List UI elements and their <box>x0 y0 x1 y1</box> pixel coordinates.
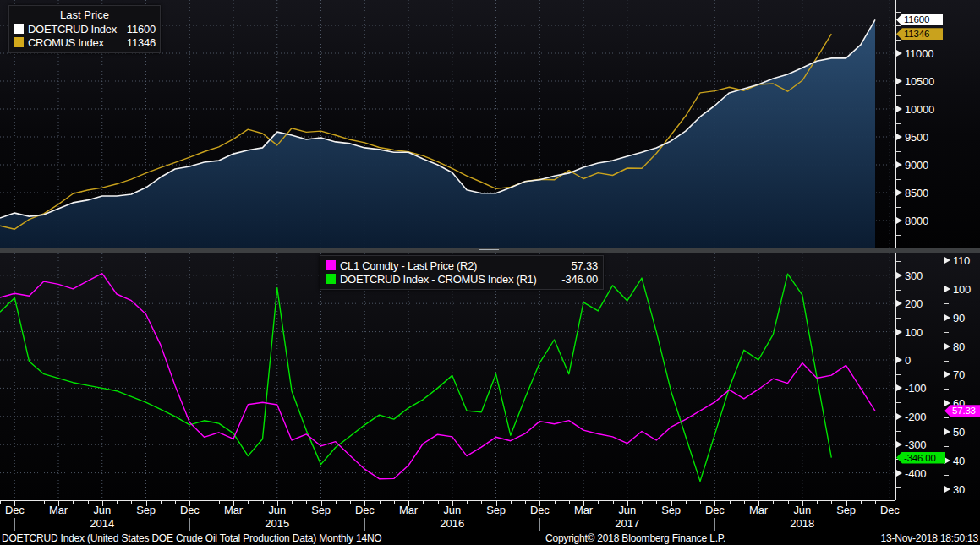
x-axis-tick <box>467 501 468 504</box>
y-axis-minor-tick <box>896 179 901 180</box>
x-axis: DecMarJunSepDecMarJunSepDecMarJunSepDecM… <box>0 500 980 532</box>
y-axis-minor-tick <box>896 207 901 208</box>
y-axis-tick-arrow-icon <box>896 50 902 57</box>
legend-value: 11600 <box>127 23 156 35</box>
year-separator <box>714 518 715 531</box>
x-axis-tick <box>525 501 526 504</box>
x-axis-tick <box>511 501 512 504</box>
spread-legend: CL1 Comdty - Last Price (R2) 57.33 DOETC… <box>320 255 604 290</box>
y-axis-minor-tick <box>944 361 949 362</box>
legend-value: 57.33 <box>539 259 598 272</box>
status-timestamp: 13-Nov-2018 18:50:13 <box>881 532 978 545</box>
y-axis-tick-label: 30 <box>953 484 965 495</box>
legend-value: -346.00 <box>539 273 598 286</box>
y-axis-tick-arrow-icon <box>944 428 950 435</box>
x-axis-year-label: 2015 <box>259 518 296 529</box>
x-axis-month-label: Jun <box>788 504 817 515</box>
y-axis-tick-label: 110 <box>953 255 970 266</box>
y-axis-minor-tick <box>896 25 901 26</box>
y-axis-tick-label: 80 <box>953 341 965 352</box>
legend-item-doetcrud[interactable]: DOETCRUD Index 11600 <box>14 22 156 35</box>
y-axis-minor-tick <box>896 318 901 319</box>
x-axis-tick <box>598 501 599 504</box>
x-axis-tick <box>613 501 614 504</box>
x-axis-month-label: Jun <box>438 504 467 515</box>
year-separator <box>14 518 15 531</box>
status-copyright: Copyright© 2018 Bloomberg Finance L.P. <box>545 532 725 545</box>
panel-divider[interactable] <box>0 248 980 253</box>
legend-label: DOETCRUD Index - CROMUS Index (R1) <box>340 273 539 286</box>
x-axis-year-label: 2016 <box>434 518 471 529</box>
legend-label: CROMUS Index <box>28 36 127 49</box>
x-axis-tick <box>336 501 337 504</box>
legend-item-spread[interactable]: DOETCRUD Index - CROMUS Index (R1) -346.… <box>326 272 598 286</box>
cl1-last-value-badge[interactable]: 57.33 <box>944 405 980 417</box>
x-axis-tick <box>686 501 687 504</box>
y-axis-tick-label: 9000 <box>905 160 928 171</box>
y-axis-minor-tick <box>896 346 901 346</box>
x-axis-month-label: Sep <box>482 504 511 515</box>
y-axis-minor-tick <box>944 332 949 333</box>
x-axis-month-label: Jun <box>613 504 642 515</box>
x-axis-month-label: Dec <box>350 504 379 515</box>
year-separator <box>890 518 890 531</box>
y-axis-tick-arrow-icon <box>896 357 902 363</box>
y-axis-tick-label: 50 <box>953 427 965 438</box>
x-axis-month-label: Jun <box>263 504 292 515</box>
status-security-description: DOETCRUD Index (United States DOE Crude … <box>2 532 382 545</box>
y-axis-tick-arrow-icon <box>944 486 950 493</box>
x-axis-month-label: Sep <box>832 504 861 515</box>
spread-color-chip <box>326 274 336 284</box>
x-axis-tick <box>569 501 570 504</box>
x-axis-tick <box>773 501 774 504</box>
y-axis-tick-label: 70 <box>953 369 965 380</box>
y-axis-minor-tick <box>896 374 901 375</box>
x-axis-tick <box>875 501 876 504</box>
x-axis-tick <box>380 501 381 504</box>
x-axis-tick <box>205 501 205 504</box>
y-axis-tick-label: 9500 <box>905 132 928 143</box>
x-axis-tick <box>306 501 307 504</box>
x-axis-tick <box>744 501 745 504</box>
y-axis-tick-label: 100 <box>905 327 923 338</box>
y-axis-tick-label: -400 <box>905 468 926 479</box>
y-axis-tick-arrow-icon <box>944 457 950 464</box>
y-axis-tick-arrow-icon <box>896 384 902 391</box>
y-axis-tick-arrow-icon <box>896 189 902 196</box>
y-axis-tick-arrow-icon <box>896 441 902 448</box>
spread-y-axes: 3002001000-100-200-300-40011010090807060… <box>0 253 980 500</box>
legend-item-cromus[interactable]: CROMUS Index 11346 <box>14 35 156 49</box>
x-axis-tick <box>175 501 176 504</box>
y-axis-minor-tick <box>944 446 949 447</box>
y-axis-minor-tick <box>896 235 901 236</box>
x-axis-tick <box>117 501 118 504</box>
x-axis-tick <box>394 501 395 504</box>
doetcrud-last-value-badge[interactable]: 11600 <box>896 14 943 25</box>
y-axis-tick-arrow-icon <box>944 371 950 378</box>
y-axis-tick-label: -300 <box>905 439 926 450</box>
x-axis-tick <box>350 501 351 504</box>
cromus-last-value-badge[interactable]: 11346 <box>896 28 943 40</box>
y-axis-minor-tick <box>896 123 901 124</box>
y-axis-tick-arrow-icon <box>944 257 950 264</box>
price-legend: Last Price DOETCRUD Index 11600 CROMUS I… <box>8 5 161 53</box>
legend-item-cl1[interactable]: CL1 Comdty - Last Price (R2) 57.33 <box>326 259 598 272</box>
y-axis-tick-arrow-icon <box>896 413 902 420</box>
x-axis-tick <box>161 501 162 504</box>
y-axis-tick-label: 11000 <box>905 48 933 59</box>
y-axis-minor-tick <box>896 402 901 403</box>
x-axis-month-label: Dec <box>525 504 554 515</box>
x-axis-year-label: 2017 <box>609 518 646 529</box>
x-axis-tick <box>788 501 789 504</box>
y-axis-minor-tick <box>896 290 901 291</box>
y-axis-minor-tick <box>944 389 949 390</box>
x-axis-tick <box>219 501 220 504</box>
x-axis-tick <box>656 501 657 504</box>
spread-last-value-badge[interactable]: -346.00 <box>896 452 945 464</box>
x-axis-month-label: Mar <box>744 504 773 515</box>
y-axis-tick-label: -100 <box>905 383 926 394</box>
x-axis-tick <box>817 501 818 504</box>
y-axis-minor-tick <box>944 275 949 275</box>
year-separator <box>539 518 540 531</box>
y-axis-tick-arrow-icon <box>896 106 902 112</box>
